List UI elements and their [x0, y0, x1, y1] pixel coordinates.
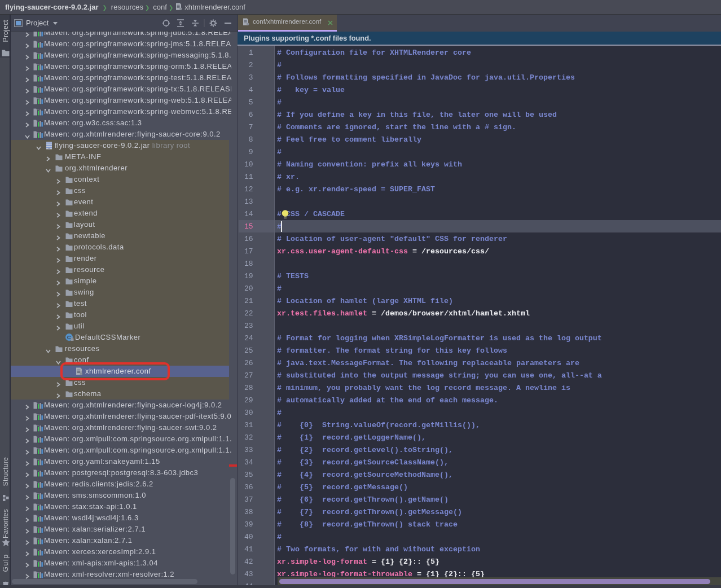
svg-text:C: C: [67, 334, 71, 340]
